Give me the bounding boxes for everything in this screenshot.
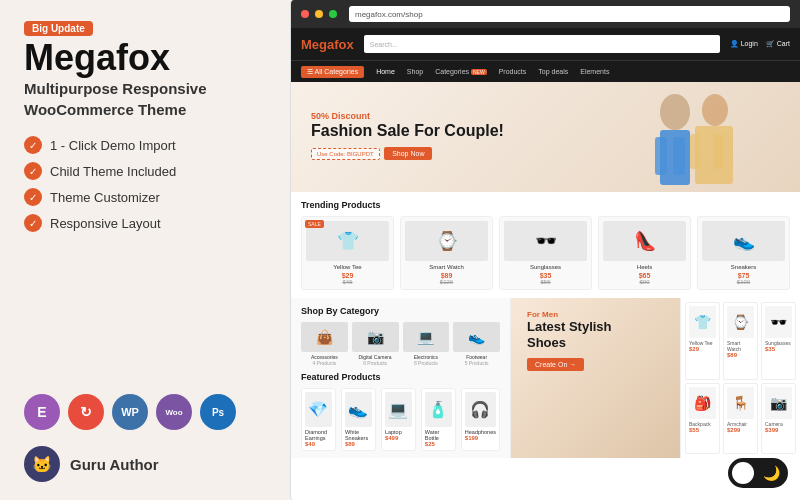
- nav-categories[interactable]: Categories NEW: [435, 68, 486, 75]
- trending-products-section: Trending Products SALE 👕 Yellow Tee $29 …: [291, 192, 800, 298]
- url-text: megafox.com/shop: [355, 10, 423, 19]
- feature-item: ✓ Theme Customizer: [24, 188, 266, 206]
- site-logo: Megafox: [301, 37, 354, 52]
- right-product[interactable]: 🎒 Backpack $55: [685, 383, 720, 455]
- moon-icon: 🌙: [763, 465, 780, 481]
- men-banner: For Men Latest StylishShoes Create On →: [511, 298, 800, 458]
- wordpress-icon: WP: [112, 394, 148, 430]
- category-shop: Shop By Category 👜 Accessories 4 Product…: [291, 298, 511, 458]
- men-shop-button[interactable]: Create On →: [527, 358, 584, 371]
- account-icon[interactable]: 👤 Login: [730, 40, 758, 48]
- svg-rect-2: [655, 137, 667, 175]
- right-panel: megafox.com/shop Megafox Search... 👤 Log…: [290, 0, 800, 500]
- category-title: Shop By Category: [301, 306, 500, 316]
- nav-home[interactable]: Home: [376, 68, 395, 75]
- product-card[interactable]: 🕶️ Sunglasses $35 $55: [499, 216, 592, 290]
- product-old-price: $55: [504, 279, 587, 285]
- product-price: $29: [306, 272, 389, 279]
- featured-product[interactable]: 💎 Diamond Earrings $49: [301, 388, 336, 451]
- big-update-badge: Big Update: [24, 21, 93, 36]
- featured-product[interactable]: 🎧 Headphones $199: [461, 388, 500, 451]
- product-name: Sunglasses: [504, 264, 587, 270]
- category-item[interactable]: 👜 Accessories 4 Products: [301, 322, 348, 366]
- nav-products[interactable]: Products: [499, 68, 527, 75]
- feature-item: ✓ Responsive Layout: [24, 214, 266, 232]
- product-name: Heels: [603, 264, 686, 270]
- elementor-icon: E: [24, 394, 60, 430]
- fp-image: 👟: [345, 392, 372, 427]
- rp-price: $299: [727, 427, 754, 433]
- dark-mode-toggle[interactable]: 🌙: [728, 458, 788, 488]
- nav-top-deals[interactable]: Top deals: [538, 68, 568, 75]
- tech-icons: E ↻ WP Woo Ps: [24, 394, 266, 430]
- product-price: $89: [405, 272, 488, 279]
- guru-badge: 🐱: [24, 446, 60, 482]
- fp-name: Diamond Earrings: [305, 429, 332, 441]
- product-old-price: $100: [702, 279, 785, 285]
- cart-icon[interactable]: 🛒 Cart: [766, 40, 790, 48]
- site-logo-mega: Mega: [301, 37, 334, 52]
- site-content: Megafox Search... 👤 Login 🛒 Cart ☰ All C…: [291, 28, 800, 500]
- fp-image: 💎: [305, 392, 332, 427]
- rp-price: $29: [689, 346, 716, 352]
- browser-close[interactable]: [301, 10, 309, 18]
- rp-image: 👕: [689, 306, 716, 338]
- fp-name: White Sneakers: [345, 429, 372, 441]
- product-card[interactable]: 👟 Sneakers $75 $100: [697, 216, 790, 290]
- category-item[interactable]: 👟 Footwear 5 Products: [453, 322, 500, 366]
- svg-point-0: [660, 94, 690, 130]
- feature-text: Theme Customizer: [50, 190, 160, 205]
- right-product[interactable]: 👕 Yellow Tee $29: [685, 302, 720, 380]
- right-product[interactable]: 🪑 Armchair $299: [723, 383, 758, 455]
- product-card[interactable]: 👠 Heels $65 $90: [598, 216, 691, 290]
- nav-all-categories[interactable]: ☰ All Categories: [301, 66, 364, 78]
- hero-cta-button[interactable]: Shop Now: [384, 147, 432, 160]
- hero-text: 50% Discount Fashion Sale For Couple! Us…: [311, 111, 504, 162]
- category-item[interactable]: 📷 Digital Camera 6 Products: [352, 322, 399, 366]
- search-placeholder: Search...: [370, 41, 398, 48]
- nav-shop[interactable]: Shop: [407, 68, 423, 75]
- feature-item: ✓ 1 - Click Demo Import: [24, 136, 266, 154]
- nav-elements[interactable]: Elements: [580, 68, 609, 75]
- fp-image: 💻: [385, 392, 412, 427]
- right-product[interactable]: 🕶️ Sunglasses $35: [761, 302, 796, 380]
- logo-mega: Mega: [24, 37, 116, 78]
- category-count: 6 Products: [352, 360, 399, 366]
- product-card[interactable]: SALE 👕 Yellow Tee $29 $45: [301, 216, 394, 290]
- featured-product[interactable]: 👟 White Sneakers $89: [341, 388, 376, 451]
- toggle-circle: [732, 462, 754, 484]
- site-nav: ☰ All Categories Home Shop Categories NE…: [291, 60, 800, 82]
- category-image: 💻: [403, 322, 450, 352]
- svg-rect-6: [690, 134, 700, 169]
- right-product[interactable]: 📷 Camera $399: [761, 383, 796, 455]
- subtitle: Multipurpose ResponsiveWooCommerce Theme: [24, 78, 266, 120]
- products-grid: SALE 👕 Yellow Tee $29 $45 ⌚ Smart Watch …: [301, 216, 790, 290]
- browser-minimize[interactable]: [315, 10, 323, 18]
- featured-grid: 💎 Diamond Earrings $49 👟 White Sneakers …: [301, 388, 500, 451]
- featured-product[interactable]: 💻 Laptop $499: [381, 388, 416, 451]
- url-bar[interactable]: megafox.com/shop: [349, 6, 790, 22]
- feature-text: 1 - Click Demo Import: [50, 138, 176, 153]
- product-price: $35: [504, 272, 587, 279]
- category-image: 👜: [301, 322, 348, 352]
- feature-text: Child Theme Included: [50, 164, 176, 179]
- author-label: Guru Author: [70, 456, 159, 473]
- browser-maximize[interactable]: [329, 10, 337, 18]
- category-image: 📷: [352, 322, 399, 352]
- product-name: Yellow Tee: [306, 264, 389, 270]
- feature-text: Responsive Layout: [50, 216, 161, 231]
- product-name: Smart Watch: [405, 264, 488, 270]
- product-image: 👠: [603, 221, 686, 261]
- bottom-section: Shop By Category 👜 Accessories 4 Product…: [291, 298, 800, 458]
- product-image: 👟: [702, 221, 785, 261]
- product-card[interactable]: ⌚ Smart Watch $89 $120: [400, 216, 493, 290]
- site-search[interactable]: Search...: [364, 35, 720, 53]
- check-icon: ✓: [24, 136, 42, 154]
- check-icon: ✓: [24, 162, 42, 180]
- right-product[interactable]: ⌚ Smart Watch $89: [723, 302, 758, 380]
- fp-name: Water Bottle: [425, 429, 452, 441]
- featured-product[interactable]: 🧴 Water Bottle $25: [421, 388, 456, 451]
- rp-name: Smart Watch: [727, 340, 754, 352]
- product-old-price: $45: [306, 279, 389, 285]
- category-item[interactable]: 💻 Electronics 8 Products: [403, 322, 450, 366]
